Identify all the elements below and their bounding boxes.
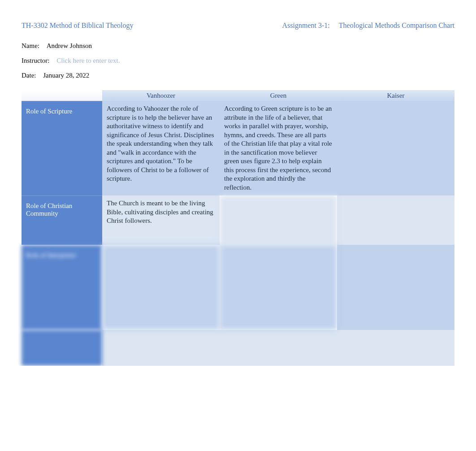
column-header-kaiser: Kaiser [337, 90, 454, 101]
cell-vanhoozer-community: The Church is meant to be the living Bib… [102, 195, 220, 245]
table-row: Role of Scripture According to Vahoozer … [22, 101, 454, 195]
row-label-community: Role of Christian Community [22, 195, 102, 245]
row-label-interpreter: Role of Interpreter [22, 245, 102, 330]
cell-kaiser-4 [337, 330, 454, 366]
cell-green-community [220, 195, 337, 245]
cell-kaiser-interpreter [337, 245, 454, 330]
assignment-block: Assignment 3-1: Theological Methods Comp… [282, 22, 454, 30]
table-row [22, 330, 454, 366]
table-header-row: Vanhoozer Green Kaiser [22, 90, 454, 101]
assignment-title: Theological Methods Comparison Chart [339, 22, 454, 30]
cell-kaiser-scripture [337, 101, 454, 195]
course-title: TH-3302 Method of Biblical Theology [22, 22, 133, 30]
cell-green-interpreter [220, 245, 337, 330]
header-empty [22, 90, 102, 101]
row-label-4 [22, 330, 102, 366]
instructor-row: Instructor: Click here to enter text. [22, 57, 454, 65]
instructor-placeholder[interactable]: Click here to enter text. [56, 57, 120, 65]
name-label: Name: [22, 42, 39, 50]
row-label-scripture: Role of Scripture [22, 101, 102, 195]
cell-green-4 [220, 330, 337, 366]
name-row: Name: Andrew Johnson [22, 42, 454, 50]
table-row: Role of Interpreter [22, 245, 454, 330]
assignment-label: Assignment 3-1: [282, 22, 330, 30]
instructor-label: Instructor: [22, 57, 49, 65]
cell-green-scripture: According to Green scripture is to be an… [220, 101, 337, 195]
table-row: Role of Christian Community The Church i… [22, 195, 454, 245]
date-row: Date: January 28, 2022 [22, 72, 454, 79]
cell-vanhoozer-4 [102, 330, 220, 366]
comparison-table: Vanhoozer Green Kaiser Role of Scripture… [22, 90, 454, 366]
cell-vanhoozer-scripture: According to Vahoozer the role of script… [102, 101, 220, 195]
date-label: Date: [22, 72, 36, 79]
column-header-vanhoozer: Vanhoozer [102, 90, 220, 101]
name-value: Andrew Johnson [47, 42, 92, 50]
document-header: TH-3302 Method of Biblical Theology Assi… [22, 22, 454, 30]
column-header-green: Green [220, 90, 337, 101]
date-value: January 28, 2022 [43, 72, 89, 79]
cell-vanhoozer-interpreter [102, 245, 220, 330]
cell-kaiser-community [337, 195, 454, 245]
